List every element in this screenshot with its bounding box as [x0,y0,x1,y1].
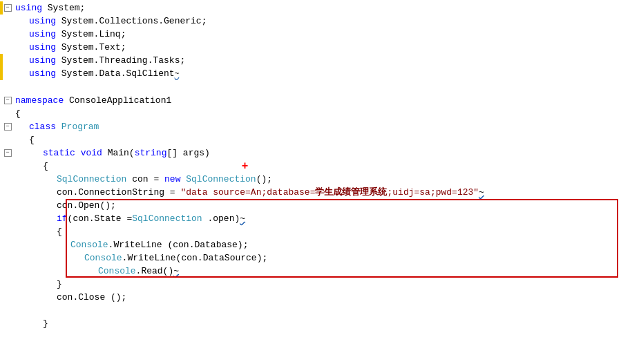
code-line-17: if(con.State =SqlConnection .open)~ [0,212,621,225]
line-content-16: con.Open(); [15,199,621,212]
code-line-4: using System.Text; [0,41,621,54]
gutter-2 [0,15,15,28]
line-content-8: namespace ConsoleApplication1 [15,94,621,107]
code-line-24 [0,304,621,317]
gutter-20 [0,251,15,265]
code-editor: − using System; using System.Collections… [0,0,621,364]
code-line-13: { + [0,160,621,173]
line-content-13: { + [15,160,621,173]
line-content-2: using System.Collections.Generic; [15,15,621,28]
collapse-icon-12[interactable]: − [4,149,12,157]
line-content-21: Console.Read()~ [15,265,621,278]
line-content-10: class Program [15,120,621,133]
gutter-15 [0,186,15,199]
collapse-icon-1[interactable]: − [4,4,12,12]
gutter-19 [0,238,15,251]
gutter-25 [0,317,15,330]
line-content-19: Console.WriteLine (con.Database); [15,238,621,251]
editor-content: − using System; using System.Collections… [0,0,621,364]
line-content-17: if(con.State =SqlConnection .open)~ [15,212,621,225]
code-line-18: { [0,225,621,238]
line-content-7 [15,81,621,94]
collapse-icon-10[interactable]: − [4,123,12,131]
code-line-20: Console.WriteLine(con.DataSource); [0,251,621,265]
gutter-12: − [0,146,15,160]
code-line-21: Console.Read()~ [0,265,621,278]
collapse-icon-8[interactable]: − [4,97,12,104]
code-line-9: { [0,107,621,120]
gutter-9 [0,107,15,120]
gutter-21 [0,265,15,278]
line-content-9: { [15,107,621,120]
line-content-5: using System.Threading.Tasks; [15,54,621,67]
code-line-10: − class Program [0,120,621,133]
gutter-14 [0,173,15,186]
code-line-1: − using System; [0,1,621,15]
code-line-5: using System.Threading.Tasks; [0,54,621,67]
gutter-3 [0,28,15,41]
gutter-17 [0,212,15,225]
line-content-23: con.Close (); [15,291,621,304]
gutter-22 [0,278,15,291]
gutter-11 [0,133,15,146]
gutter-7 [0,81,15,94]
line-content-22: } [15,278,621,291]
code-line-19: Console.WriteLine (con.Database); [0,238,621,251]
code-line-15: con.ConnectionString = "data source=An;d… [0,186,621,199]
line-content-15: con.ConnectionString = "data source=An;d… [15,186,621,199]
code-line-12: − static void Main(string[] args) [0,146,621,160]
code-line-3: using System.Linq; [0,28,621,41]
gutter-13 [0,160,15,173]
code-line-22: } [0,278,621,291]
code-line-14: SqlConnection con = new SqlConnection(); [0,173,621,186]
yellow-bar-5 [0,54,3,67]
line-content-24 [15,304,621,317]
line-content-12: static void Main(string[] args) [15,146,621,160]
plus-sign: + [242,161,249,172]
code-line-23: con.Close (); [0,291,621,304]
line-content-4: using System.Text; [15,41,621,54]
line-content-3: using System.Linq; [15,28,621,41]
line-content-1: using System; [15,1,621,15]
code-line-7 [0,81,621,94]
line-content-6: using System.Data.SqlClient~ [15,67,621,81]
code-line-25: } [0,317,621,330]
line-content-20: Console.WriteLine(con.DataSource); [15,251,621,265]
line-content-18: { [15,225,621,238]
gutter-16 [0,199,15,212]
code-line-2: using System.Collections.Generic; [0,15,621,28]
yellow-bar-6 [0,67,3,80]
yellow-bar-1 [0,1,3,15]
line-content-14: SqlConnection con = new SqlConnection(); [15,173,621,186]
gutter-23 [0,291,15,304]
code-line-11: { [0,133,621,146]
gutter-24 [0,304,15,317]
gutter-4 [0,41,15,54]
keyword-using: using [15,3,42,13]
gutter-10: − [0,120,15,133]
code-line-16: con.Open(); [0,199,621,212]
line-content-11: { [15,133,621,146]
red-box-region: con.Open(); if(con.State =SqlConnection … [0,199,621,278]
gutter-18 [0,225,15,238]
gutter-8: − [0,94,15,107]
code-line-6: using System.Data.SqlClient~ [0,67,621,81]
line-content-25: } [15,317,621,330]
code-line-8: − namespace ConsoleApplication1 [0,94,621,107]
